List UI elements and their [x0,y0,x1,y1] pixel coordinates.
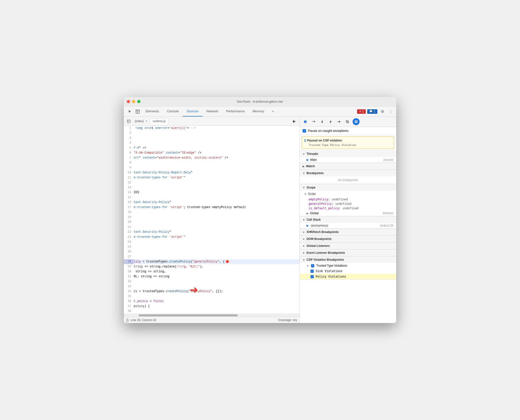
pause-btn[interactable] [353,118,360,125]
step-over-btn[interactable] [311,118,317,125]
policy-violations-item: ✓ Policy Violations [300,274,396,279]
code-line-9: 9 [124,165,299,170]
file-tab-index[interactable]: (index) ✕ [132,118,150,124]
dom-breakpoints-section: ▼ DOM Breakpoints [300,235,396,242]
run-icon[interactable]: ▶ [291,118,298,125]
code-line-31: 31 RL: string => string [124,274,299,279]
breakpoints-section: ▼ Breakpoints No breakpoints [300,170,396,184]
svg-marker-12 [330,121,332,122]
file-tree-icon[interactable] [125,118,132,125]
tab-more[interactable]: » [268,106,278,117]
dom-triangle-icon: ▼ [302,238,305,240]
tab-sources[interactable]: Sources [183,106,203,117]
sink-violations-item: ✓ Sink Violations [300,268,396,274]
window-title: DevTools - tt-enforced.glitch.me/ [237,100,283,103]
svg-marker-14 [339,121,340,123]
code-line-7: 7 ort" content="width=device-width, init… [124,155,299,160]
format-icon[interactable]: {} [126,318,129,322]
pause-exceptions-label: Pause on caught exceptions [308,129,348,133]
sink-violations-checkbox[interactable]: ✓ [311,270,314,273]
close-button[interactable] [127,100,130,103]
code-line-20: 20 [124,220,299,225]
debug-panel: ✓ Pause on caught exceptions ℹ Paused on… [300,117,396,323]
code-editor[interactable]: 1 <img src=1 onerror='alert(1)'> --> 2 3… [124,126,299,314]
tab-elements[interactable]: Elements [142,106,163,117]
deactivate-btn[interactable] [344,118,351,125]
cursor-icon[interactable] [126,108,134,116]
nav-tabs: Elements Console Sources Network Perform… [142,106,357,117]
settings-icon[interactable]: ⚙ [379,108,386,115]
call-stack-header[interactable]: ▼ Call Stack [300,216,396,223]
scope-header[interactable]: ▼ Scope [300,184,396,191]
code-line-12: 12 [124,180,299,185]
cursor-position: Line 28, Column 42 [130,318,156,322]
watch-triangle-icon: ▶ [303,165,305,168]
code-line-32: 32 [124,279,299,284]
xhr-header[interactable]: ▼ XHR/fetch Breakpoints [300,229,396,235]
file-tab-runtime[interactable]: runtime.js [150,118,168,124]
info-circle-icon: ℹ [304,139,306,142]
csp-banner-title: ℹ Paused on CSP violation [304,139,391,142]
breakpoints-header[interactable]: ▼ Breakpoints [300,170,396,176]
step-out-btn[interactable] [327,118,334,125]
minimize-button[interactable] [132,100,135,103]
scope-section: ▼ Scope ▼ Script emptyPolicy: undefined … [300,184,396,216]
code-panel: (index) ✕ runtime.js ▶ 1 <img src=1 oner… [124,117,300,323]
event-listener-header[interactable]: ▼ Event Listener Breakpoints [300,249,396,256]
dom-header[interactable]: ▼ DOM Breakpoints [300,235,396,242]
tab-performance[interactable]: Performance [222,106,248,117]
csp-violation-triangle-icon: ▼ [303,258,305,261]
global-scope-item[interactable]: ▶ Global Window [300,210,396,216]
scrollbar-thumb[interactable] [139,314,238,316]
global-listeners-header[interactable]: ▼ Global Listeners [300,242,396,249]
callstack-arrow-icon: ▶ [307,224,309,227]
code-line-36: 36 t_policy = false; [124,299,299,304]
resume-btn[interactable] [302,118,309,125]
csp-violation-header[interactable]: ▼ CSP Violation Breakpoints [300,256,396,263]
coverage-label: Coverage: n/a [278,318,297,322]
call-stack-section: ▼ Call Stack ▶ (anonymous) (index):28 [300,216,396,229]
maximize-button[interactable] [137,100,140,103]
tab-network[interactable]: Network [203,106,222,117]
global-listeners-triangle-icon: ▼ [302,245,305,247]
code-line-6: 6 "X-UA-Compatible" content="IE=edge" /> [124,150,299,155]
code-line-29: 29 tring => string.replace(/\</g, "&lt;"… [124,264,299,269]
code-line-18: 18 [124,210,299,215]
info-badge[interactable]: 💬 1 [367,109,377,114]
trusted-type-checkbox[interactable]: ✓ [311,264,314,267]
code-line-34: 34 cy = trustedTypes.createPolicy("empty… [124,289,299,294]
code-line-11: 11 e-trusted-types-for 'script'" [124,175,299,180]
code-line-23: 23 e-trusted-types-for 'script'" [124,234,299,239]
code-line-27: 27 [124,254,299,259]
code-line-35: 35 [124,294,299,299]
no-breakpoints-label: No breakpoints [300,176,396,184]
horizontal-scrollbar[interactable] [124,314,299,317]
traffic-lights [127,100,140,103]
statusbar-left: {} Line 28, Column 42 [126,318,156,322]
code-line-21: 21 [124,225,299,230]
tab-memory[interactable]: Memory [249,106,268,117]
layout-icon[interactable] [134,108,142,116]
watch-header[interactable]: ▶ Watch [300,163,396,169]
close-tab-icon[interactable]: ✕ [145,119,148,123]
code-line-17: 17 e-trusted-types-for 'script'; trusted… [124,205,299,210]
breakpoints-triangle-icon: ▼ [303,172,305,175]
threads-triangle-icon: ▼ [303,153,305,155]
code-line-38: 38 [124,309,299,314]
more-options-icon[interactable]: ⋮ [387,108,394,115]
scope-triangle-icon: ▼ [303,186,305,189]
svg-rect-7 [306,120,307,123]
thread-arrow-icon: ▶ [307,158,309,162]
script-scope-header[interactable]: ▼ Script [300,191,396,197]
threads-header[interactable]: ▼ Threads [300,150,396,157]
step-into-btn[interactable] [319,118,325,125]
error-badge[interactable]: ✕ 1 [357,109,366,114]
tab-console[interactable]: Console [163,106,183,117]
pause-exceptions-checkbox[interactable]: ✓ [303,129,306,133]
watch-section: ▶ Watch [300,163,396,170]
step-btn[interactable] [336,118,342,125]
global-listeners-section: ▼ Global Listeners [300,242,396,249]
thread-main: ▶ Main paused [300,157,396,163]
pause-exceptions: ✓ Pause on caught exceptions [300,127,396,135]
policy-violations-checkbox[interactable]: ✓ [311,275,314,278]
